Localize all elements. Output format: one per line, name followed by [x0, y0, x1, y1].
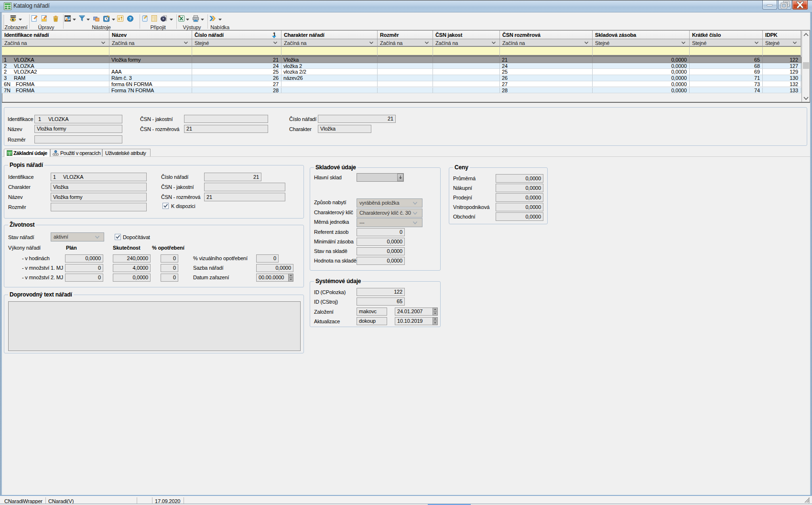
- svg-text:?: ?: [129, 16, 131, 21]
